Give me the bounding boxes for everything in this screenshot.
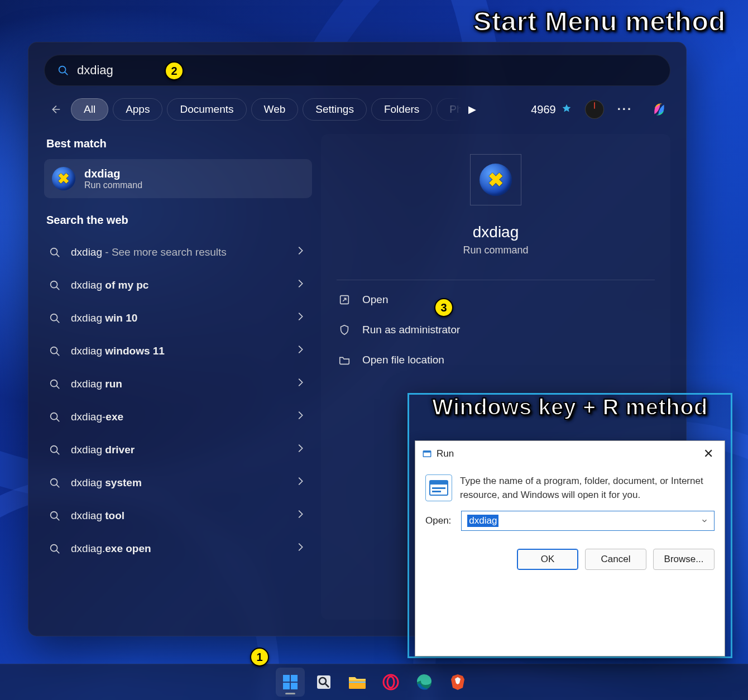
svg-line-15	[56, 452, 59, 454]
divider	[337, 280, 655, 280]
run-open-label: Open:	[425, 515, 451, 526]
svg-line-17	[56, 485, 59, 487]
svg-point-2	[51, 248, 57, 255]
chevron-right-icon	[294, 343, 306, 358]
web-suggestion-text: dxdiag windows 11	[71, 345, 165, 357]
svg-rect-26	[430, 481, 448, 485]
filter-documents[interactable]: Documents	[167, 98, 246, 121]
search-input[interactable]	[77, 63, 658, 78]
web-suggestion-text: dxdiag driver	[71, 444, 135, 456]
taskbar-brave-button[interactable]	[443, 668, 472, 697]
taskbar-start-button[interactable]	[276, 668, 305, 697]
search-icon	[49, 477, 61, 489]
rewards-icon	[560, 103, 573, 116]
run-body-icon	[425, 474, 452, 501]
filter-web[interactable]: Web	[251, 98, 299, 121]
preview-title: dxdiag	[333, 223, 658, 241]
svg-line-11	[56, 386, 59, 389]
web-suggestion-text: dxdiag-exe	[71, 411, 123, 423]
arrow-left-icon	[49, 103, 61, 116]
search-web-header: Search the web	[46, 214, 312, 227]
web-suggestion[interactable]: dxdiag of my pc	[44, 269, 312, 301]
taskbar-search-icon	[315, 674, 332, 691]
svg-point-18	[51, 511, 57, 518]
web-suggestion[interactable]: dxdiag tool	[44, 499, 312, 532]
svg-point-14	[51, 445, 57, 452]
taskbar-edge-button[interactable]	[410, 668, 439, 697]
web-suggestion[interactable]: dxdiag system	[44, 466, 312, 499]
web-suggestion[interactable]: dxdiag run	[44, 367, 312, 400]
chevron-right-icon	[294, 409, 306, 424]
run-open-value: dxdiag	[467, 515, 498, 527]
svg-rect-30	[291, 675, 298, 682]
search-icon	[49, 411, 61, 423]
best-match-result[interactable]: ✖ dxdiag Run command	[44, 159, 312, 198]
svg-line-13	[56, 419, 59, 421]
brave-icon	[450, 674, 465, 691]
run-dialog: Run ✕ Type the name of a program, folder…	[415, 440, 725, 656]
action-admin-label: Run as administrator	[362, 324, 460, 336]
svg-rect-29	[283, 675, 290, 682]
open-icon	[338, 294, 351, 306]
svg-rect-32	[291, 683, 298, 689]
filter-apps[interactable]: Apps	[113, 98, 162, 121]
best-match-header: Best match	[46, 137, 312, 150]
action-open[interactable]: Open	[333, 285, 658, 315]
svg-line-7	[56, 320, 59, 323]
run-ok-button[interactable]: OK	[517, 549, 578, 570]
web-suggestion[interactable]: dxdiag win 10	[44, 301, 312, 334]
run-browse-button[interactable]: Browse...	[653, 549, 715, 570]
web-suggestion[interactable]: dxdiag.exe open	[44, 532, 312, 565]
web-suggestion[interactable]: dxdiag-exe	[44, 400, 312, 433]
copilot-icon	[650, 100, 669, 119]
web-suggestion[interactable]: dxdiag - See more search results	[44, 236, 312, 269]
run-cancel-button[interactable]: Cancel	[585, 549, 646, 570]
best-match-subtitle: Run command	[84, 180, 142, 190]
web-suggestion-text: dxdiag win 10	[71, 312, 137, 324]
run-method-inset: Windows key + R method Run ✕ Type the na…	[407, 393, 732, 658]
web-suggestion-text: dxdiag system	[71, 477, 142, 489]
rewards-points[interactable]: 4969	[531, 103, 573, 116]
chevron-right-icon	[294, 376, 306, 391]
more-button[interactable]: ···	[617, 102, 632, 117]
filter-settings[interactable]: Settings	[303, 98, 367, 121]
taskbar	[0, 664, 748, 700]
search-icon	[49, 510, 61, 522]
user-avatar[interactable]	[585, 100, 604, 119]
search-icon	[49, 345, 61, 357]
svg-point-0	[59, 66, 66, 73]
best-match-title: dxdiag	[84, 167, 142, 180]
filter-photos[interactable]: Photos	[437, 98, 462, 121]
svg-rect-31	[283, 683, 290, 689]
heading-run-method: Windows key + R method	[432, 395, 708, 420]
chevron-right-icon	[294, 541, 306, 556]
run-title: Run	[437, 448, 454, 459]
copilot-button[interactable]	[648, 98, 670, 121]
search-box[interactable]	[44, 55, 670, 86]
action-run-admin[interactable]: Run as administrator	[333, 315, 658, 345]
dxdiag-icon: ✖	[52, 167, 75, 190]
chevron-right-icon	[294, 277, 306, 293]
svg-rect-27	[432, 487, 445, 489]
svg-line-3	[56, 254, 59, 257]
taskbar-explorer-button[interactable]	[343, 668, 372, 697]
back-button[interactable]	[44, 103, 66, 116]
callout-3: 3	[434, 298, 453, 317]
run-description: Type the name of a program, folder, docu…	[460, 474, 715, 502]
web-suggestion[interactable]: dxdiag driver	[44, 433, 312, 466]
svg-point-16	[51, 478, 57, 485]
preview-subtitle: Run command	[333, 244, 658, 256]
run-close-button[interactable]: ✕	[699, 445, 718, 462]
callout-1: 1	[250, 648, 269, 667]
web-suggestion[interactable]: dxdiag windows 11	[44, 334, 312, 367]
taskbar-search-button[interactable]	[309, 668, 338, 697]
run-open-combobox[interactable]: dxdiag	[461, 511, 715, 531]
action-open-location[interactable]: Open file location	[333, 345, 658, 375]
filter-scroll-right[interactable]: ▶	[468, 103, 476, 116]
filter-folders[interactable]: Folders	[371, 98, 432, 121]
action-location-label: Open file location	[362, 354, 444, 366]
svg-point-10	[51, 380, 57, 386]
taskbar-opera-button[interactable]	[376, 668, 405, 697]
chevron-right-icon	[294, 475, 306, 490]
filter-all[interactable]: All	[71, 98, 108, 121]
